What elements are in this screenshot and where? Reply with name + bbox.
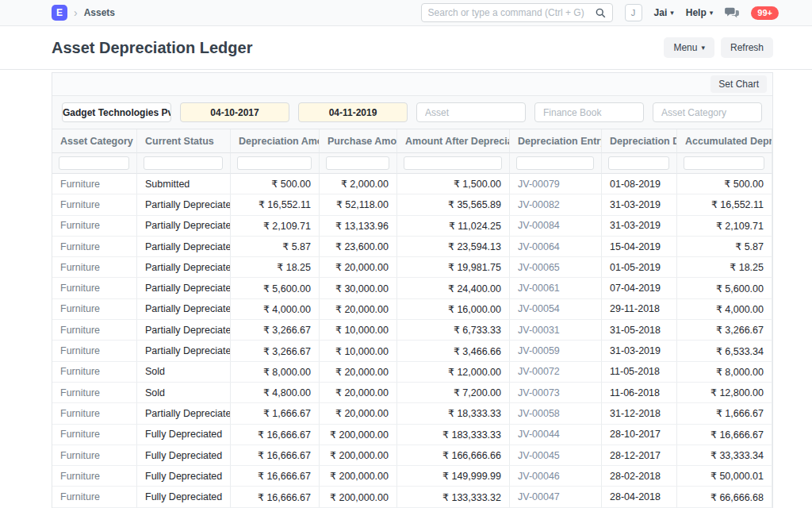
column-header[interactable]: Depreciation D... [602, 129, 677, 153]
breadcrumb-assets[interactable]: Assets [84, 7, 115, 18]
column-filter-cell [137, 153, 231, 174]
column-filter-input[interactable] [59, 156, 129, 170]
column-filter-cell [320, 153, 397, 174]
table-cell: ₹ 500.00 [231, 174, 320, 194]
chat-icon[interactable] [725, 6, 739, 19]
table-cell[interactable]: Furniture [52, 257, 137, 278]
table-row: FurnitureFully Depreciated₹ 16,666.67₹ 2… [52, 425, 772, 445]
set-chart-button[interactable]: Set Chart [710, 75, 767, 93]
table-cell: Partially Depreciated [137, 341, 231, 361]
filter-asset[interactable] [416, 102, 526, 122]
table-cell: 31-05-2018 [602, 320, 677, 341]
table-cell: ₹ 20,000.00 [320, 383, 397, 403]
table-cell[interactable]: Furniture [52, 466, 137, 487]
table-cell[interactable]: JV-00073 [510, 383, 602, 403]
report-table: Asset CategoryCurrent StatusDepreciation… [52, 129, 772, 508]
table-cell[interactable]: JV-00084 [510, 216, 602, 237]
table-cell[interactable]: Furniture [52, 194, 137, 215]
table-cell[interactable]: JV-00045 [510, 445, 602, 466]
table-row: FurnitureSold₹ 4,800.00₹ 20,000.00₹ 7,20… [52, 383, 772, 403]
refresh-button[interactable]: Refresh [721, 37, 773, 58]
table-cell[interactable]: Furniture [52, 445, 137, 466]
table-cell[interactable]: JV-00059 [510, 341, 602, 361]
table-row: FurniturePartially Depreciated₹ 3,266.67… [52, 341, 772, 361]
user-menu[interactable]: Jai ▾ [654, 7, 674, 18]
table-cell[interactable]: Furniture [52, 403, 137, 424]
help-menu[interactable]: Help ▾ [686, 7, 714, 18]
table-cell: ₹ 1,500.00 [397, 174, 510, 194]
column-header[interactable]: Purchase Amo... [320, 129, 397, 153]
report-filters [52, 96, 772, 129]
table-cell[interactable]: Furniture [52, 174, 137, 194]
table-cell[interactable]: JV-00046 [510, 466, 602, 487]
table-cell: ₹ 16,666.67 [677, 425, 772, 445]
table-cell[interactable]: Furniture [52, 383, 137, 403]
table-cell[interactable]: JV-00031 [510, 320, 602, 341]
column-header[interactable]: Depreciation Amo... [231, 129, 320, 153]
menu-button[interactable]: Menu ▾ [664, 37, 714, 58]
table-cell[interactable]: JV-00047 [510, 487, 602, 507]
table-cell: ₹ 20,000.00 [320, 403, 397, 424]
column-header[interactable]: Asset Category [52, 129, 137, 153]
table-cell[interactable]: Furniture [52, 487, 137, 507]
table-cell: ₹ 16,666.67 [231, 445, 320, 466]
table-cell[interactable]: JV-00058 [510, 403, 602, 424]
table-cell: 28-04-2018 [602, 487, 677, 507]
app-logo[interactable]: E [52, 5, 67, 21]
column-filter-input[interactable] [684, 156, 764, 170]
column-filter-input[interactable] [608, 156, 669, 170]
filter-to-date[interactable] [298, 102, 408, 122]
table-cell: ₹ 2,109.71 [677, 216, 772, 237]
table-cell: 28-02-2018 [602, 466, 677, 487]
filter-from-date[interactable] [180, 102, 289, 122]
filter-company[interactable] [62, 102, 171, 122]
table-cell[interactable]: JV-00079 [510, 174, 602, 194]
table-cell[interactable]: JV-00064 [510, 237, 602, 257]
column-header[interactable]: Depreciation Entry [510, 129, 602, 153]
table-cell: ₹ 30,000.00 [320, 278, 397, 298]
table-cell: 28-10-2017 [602, 425, 677, 445]
column-filter-input[interactable] [326, 156, 389, 170]
column-filter-input[interactable] [237, 156, 312, 170]
table-cell: ₹ 149,999.99 [397, 466, 510, 487]
column-filter-input[interactable] [144, 156, 223, 170]
table-cell[interactable]: Furniture [52, 237, 137, 257]
table-row: FurniturePartially Depreciated₹ 5.87₹ 23… [52, 237, 772, 257]
table-cell[interactable]: Furniture [52, 425, 137, 445]
table-cell: ₹ 6,533.34 [677, 341, 772, 361]
column-filter-input[interactable] [404, 156, 502, 170]
table-cell[interactable]: Furniture [52, 341, 137, 361]
column-header[interactable]: Accumulated Depre... [677, 129, 772, 153]
table-cell[interactable]: JV-00072 [510, 362, 602, 383]
table-row: FurniturePartially Depreciated₹ 4,000.00… [52, 299, 772, 320]
table-cell: ₹ 13,133.96 [320, 216, 397, 237]
table-cell: ₹ 52,118.00 [320, 194, 397, 215]
column-header[interactable]: Amount After Depreciati... [397, 129, 510, 153]
notifications-badge[interactable]: 99+ [751, 6, 779, 20]
table-cell: ₹ 23,594.13 [397, 237, 510, 257]
table-cell: ₹ 23,600.00 [320, 237, 397, 257]
table-cell[interactable]: JV-00061 [510, 278, 602, 298]
user-avatar[interactable]: J [625, 4, 642, 21]
table-cell[interactable]: Furniture [52, 299, 137, 320]
filter-finance-book[interactable] [534, 102, 644, 122]
table-cell[interactable]: Furniture [52, 216, 137, 237]
table-cell[interactable]: JV-00082 [510, 194, 602, 215]
column-filter-input[interactable] [516, 156, 594, 170]
table-cell: ₹ 20,000.00 [320, 257, 397, 278]
table-cell[interactable]: JV-00065 [510, 257, 602, 278]
table-cell[interactable]: JV-00044 [510, 425, 602, 445]
table-header-row: Asset CategoryCurrent StatusDepreciation… [52, 129, 772, 153]
user-menu-label: Jai [654, 7, 668, 18]
table-cell[interactable]: Furniture [52, 362, 137, 383]
filter-asset-category[interactable] [653, 102, 762, 122]
column-filter-cell [397, 153, 510, 174]
table-cell: Partially Depreciated [137, 403, 231, 424]
report-container: Set Chart Asset CategoryCurrent StatusDe… [52, 72, 773, 508]
table-cell[interactable]: Furniture [52, 320, 137, 341]
table-cell: 31-03-2019 [602, 194, 677, 215]
table-cell[interactable]: Furniture [52, 278, 137, 298]
global-search-input[interactable] [428, 7, 596, 18]
column-header[interactable]: Current Status [137, 129, 231, 153]
table-cell[interactable]: JV-00054 [510, 299, 602, 320]
